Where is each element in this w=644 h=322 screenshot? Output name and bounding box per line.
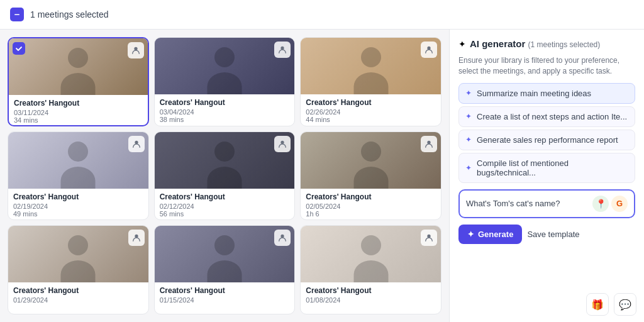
card-date-9: 01/08/2024 xyxy=(306,296,436,304)
person-body xyxy=(207,260,242,282)
person-silhouette xyxy=(155,226,295,282)
svg-point-3 xyxy=(427,47,430,50)
card-duration-1: 34 mins xyxy=(14,116,143,124)
person-head xyxy=(361,142,381,162)
card-title-3: Creators' Hangout xyxy=(306,98,436,107)
meeting-card-5[interactable]: Creators' Hangout 02/12/2024 56 mins xyxy=(154,131,296,221)
meeting-card-8[interactable]: Creators' Hangout 01/15/2024 xyxy=(154,225,296,314)
ai-panel-header: ✦ AI generator (1 meetings selected) xyxy=(458,38,635,49)
card-title-7: Creators' Hangout xyxy=(13,286,143,295)
meeting-card-9[interactable]: Creators' Hangout 01/08/2024 xyxy=(300,225,441,314)
chat-icon-button[interactable]: 💬 xyxy=(614,293,636,316)
card-person-icon-5 xyxy=(274,136,291,152)
suggestion-item-4[interactable]: ✦ Compile list of mentioned bugs/technic… xyxy=(458,153,635,183)
card-info-8: Creators' Hangout 01/15/2024 xyxy=(155,282,295,314)
person-silhouette xyxy=(8,132,148,189)
svg-point-7 xyxy=(135,235,138,238)
ai-input-icons: 📍 G xyxy=(592,196,628,212)
card-title-5: Creators' Hangout xyxy=(160,192,290,201)
card-title-8: Creators' Hangout xyxy=(160,286,290,295)
suggestion-item-2[interactable]: ✦ Create a list of next steps and action… xyxy=(458,106,635,127)
card-person-icon-1 xyxy=(128,42,144,58)
person-head xyxy=(361,235,381,255)
card-info-7: Creators' Hangout 01/29/2024 xyxy=(8,282,148,314)
card-thumbnail-2 xyxy=(155,38,295,94)
g-icon-button[interactable]: G xyxy=(611,196,628,212)
suggestion-spark-icon-3: ✦ xyxy=(465,135,472,144)
person-body xyxy=(353,167,388,189)
meeting-card-2[interactable]: Creators' Hangout 03/04/2024 38 mins xyxy=(154,37,296,126)
meeting-card-1[interactable]: Creators' Hangout 03/11/2024 34 mins xyxy=(8,37,149,126)
card-thumbnail-3 xyxy=(301,38,441,94)
meeting-card-4[interactable]: Creators' Hangout 02/19/2024 49 mins xyxy=(8,131,149,221)
main-content: Creators' Hangout 03/11/2024 34 mins Cre… xyxy=(0,30,644,322)
card-duration-3: 44 mins xyxy=(306,116,436,123)
person-body xyxy=(61,73,96,95)
svg-point-8 xyxy=(281,235,284,238)
header: 1 meetings selected xyxy=(0,0,644,30)
card-date-1: 03/11/2024 xyxy=(14,109,143,116)
card-info-6: Creators' Hangout 02/05/2024 1h 6 xyxy=(301,189,441,221)
person-head xyxy=(361,47,381,67)
svg-point-4 xyxy=(135,140,138,143)
ai-input-area: 📍 G xyxy=(458,189,635,218)
suggestion-item-3[interactable]: ✦ Generate sales rep performance report xyxy=(458,130,635,150)
person-body xyxy=(353,72,388,94)
save-template-button[interactable]: Save template xyxy=(527,230,579,239)
card-person-icon-3 xyxy=(421,42,437,58)
suggestion-label-2: Create a list of next steps and action I… xyxy=(477,112,627,121)
card-thumbnail-4 xyxy=(8,132,148,189)
svg-point-1 xyxy=(134,47,137,50)
ai-prompt-input[interactable] xyxy=(466,199,589,208)
gift-icon-button[interactable]: 🎁 xyxy=(586,293,609,316)
generate-label: Generate xyxy=(478,230,513,239)
card-info-1: Creators' Hangout 03/11/2024 34 mins xyxy=(9,95,148,126)
ai-actions: ✦ Generate Save template xyxy=(458,225,635,244)
person-silhouette xyxy=(155,132,295,189)
card-title-4: Creators' Hangout xyxy=(13,192,143,201)
card-title-1: Creators' Hangout xyxy=(14,99,143,108)
sparkle-icon: ✦ xyxy=(458,39,466,49)
card-thumbnail-6 xyxy=(301,132,441,189)
ai-panel: ✦ AI generator (1 meetings selected) Ens… xyxy=(449,30,644,322)
location-icon-button[interactable]: 📍 xyxy=(592,196,609,212)
suggestion-label-1: Summarize main meeting ideas xyxy=(477,89,591,98)
meeting-card-6[interactable]: Creators' Hangout 02/05/2024 1h 6 xyxy=(300,131,441,221)
deselect-button[interactable] xyxy=(10,8,24,21)
person-body xyxy=(353,260,388,282)
person-head xyxy=(214,235,235,255)
card-date-6: 02/05/2024 xyxy=(306,203,436,210)
person-silhouette xyxy=(8,226,148,282)
person-silhouette xyxy=(301,226,441,282)
meeting-card-3[interactable]: Creators' Hangout 02/26/2024 44 mins xyxy=(300,37,441,126)
card-date-3: 02/26/2024 xyxy=(306,108,436,116)
card-checkbox-1[interactable] xyxy=(13,42,25,55)
card-thumbnail-8 xyxy=(155,226,295,282)
person-head xyxy=(68,48,88,68)
person-body xyxy=(61,167,96,189)
person-silhouette xyxy=(301,132,441,189)
suggestion-spark-icon-2: ✦ xyxy=(465,112,472,121)
person-head xyxy=(214,47,235,67)
card-person-icon-7 xyxy=(128,230,145,246)
card-duration-2: 38 mins xyxy=(160,116,290,123)
card-thumbnail-1 xyxy=(9,38,148,95)
card-person-icon-9 xyxy=(421,230,437,246)
person-body xyxy=(207,167,242,189)
generate-button[interactable]: ✦ Generate xyxy=(458,225,522,244)
card-date-4: 02/19/2024 xyxy=(13,203,143,210)
meeting-card-7[interactable]: Creators' Hangout 01/29/2024 xyxy=(8,225,149,314)
card-thumbnail-7 xyxy=(8,226,148,282)
card-thumbnail-5 xyxy=(155,132,295,189)
card-info-9: Creators' Hangout 01/08/2024 xyxy=(301,282,441,314)
card-duration-6: 1h 6 xyxy=(306,210,436,218)
person-head xyxy=(214,142,235,162)
person-body xyxy=(61,260,96,282)
card-date-7: 01/29/2024 xyxy=(13,296,143,304)
card-date-8: 01/15/2024 xyxy=(160,296,290,304)
person-body xyxy=(207,72,242,94)
card-person-icon-6 xyxy=(421,136,437,152)
suggestion-item-1[interactable]: ✦ Summarize main meeting ideas xyxy=(458,83,635,104)
svg-point-2 xyxy=(281,47,284,50)
card-title-9: Creators' Hangout xyxy=(306,286,436,295)
